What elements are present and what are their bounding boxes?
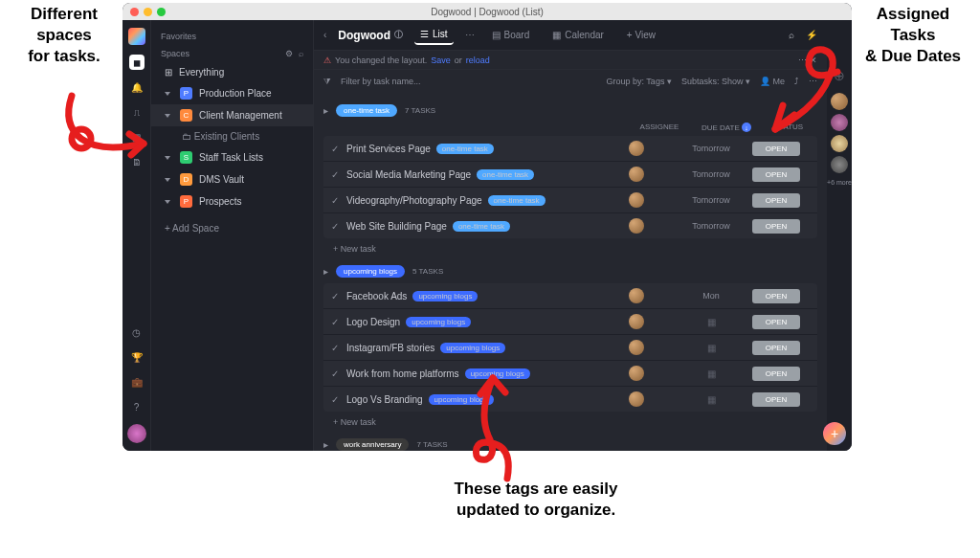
add-space-button[interactable]: + Add Space [151,218,313,238]
grid-icon: ⊞ [165,67,172,78]
assignee-avatar[interactable] [629,366,644,381]
task-row[interactable]: ✓Videography/Photography Pageone-time ta… [323,188,817,213]
clock-icon[interactable]: ◷ [129,324,145,340]
status-pill[interactable]: OPEN [752,392,800,407]
view-calendar[interactable]: ▦Calendar [546,26,610,44]
check-icon[interactable]: ✓ [331,394,339,405]
status-pill[interactable]: OPEN [752,341,800,355]
sidebar: Favorites Spaces ⚙ ⌕ ⊞ Everything PProdu… [151,20,314,451]
briefcase-icon[interactable]: 💼 [129,374,145,390]
presence-avatar[interactable] [831,156,848,173]
more-icon[interactable]: ⋯ [465,30,475,40]
back-icon[interactable]: ‹ [323,30,326,40]
presence-more[interactable]: +6 more [827,179,852,187]
list-icon: ☰ [420,29,429,39]
filter-input[interactable]: Filter by task name... [341,77,421,86]
assignee-avatar[interactable] [629,314,644,329]
check-icon[interactable]: ✓ [331,291,339,301]
help-icon[interactable]: ? [129,399,145,414]
spaces-section: Spaces ⚙ ⌕ [151,45,313,62]
assignee-avatar[interactable] [629,192,644,208]
save-link[interactable]: Save [431,56,451,65]
arrow-assigned [727,38,861,144]
app-logo-icon[interactable] [128,28,145,45]
sidebar-item-dms-vault[interactable]: DDMS Vault [151,168,313,190]
task-row[interactable]: ✓Logo Designupcoming blogs▦OPEN [323,309,817,335]
arrow-spaces [53,86,167,172]
user-avatar[interactable] [127,424,146,443]
reload-link[interactable]: reload [466,56,490,65]
search-icon[interactable]: ⌕ [299,49,303,58]
status-pill[interactable]: OPEN [752,193,800,208]
filter-icon[interactable]: ⧩ [323,77,331,87]
check-icon[interactable]: ✓ [331,169,339,180]
check-icon[interactable]: ✓ [331,221,339,232]
task-row[interactable]: ✓Social Media Marketing Pageone-time tas… [323,162,817,188]
favorites-section[interactable]: Favorites [151,28,313,45]
new-task-button[interactable]: + New task [323,412,817,433]
check-icon[interactable]: ✓ [331,343,339,353]
titlebar: Dogwood | Dogwood (List) [122,3,852,20]
assignee-avatar[interactable] [629,218,644,234]
window-title: Dogwood | Dogwood (List) [431,7,544,17]
traffic-lights[interactable] [130,8,166,16]
status-pill[interactable]: OPEN [752,167,800,182]
sidebar-item-prospects[interactable]: PProspects [151,190,313,212]
view-list[interactable]: ☰List [414,25,454,45]
status-pill[interactable]: OPEN [752,367,800,381]
groupby-button[interactable]: Group by: Tags ▾ [607,77,672,86]
annotation-tags: These tags are easily updated to organiz… [412,479,660,521]
task-list-content: ▸one-time task7 TASKSASSIGNEEDUE DATE ↓S… [314,93,827,451]
status-pill[interactable]: OPEN [752,315,800,329]
view-board[interactable]: ▤Board [486,26,536,44]
task-row[interactable]: ✓Instagram/FB storiesupcoming blogs▦OPEN [323,335,817,361]
task-row[interactable]: ✓Work from home platformsupcoming blogs▦… [323,361,817,387]
group-header[interactable]: ▸work anniversary7 TASKS [323,438,817,451]
assignee-avatar[interactable] [629,167,644,182]
assignee-avatar[interactable] [629,391,644,407]
close-dot[interactable] [130,8,139,16]
sidebar-item-staff-task-lists[interactable]: SStaff Task Lists [151,146,313,168]
maximize-dot[interactable] [157,8,166,16]
breadcrumb[interactable]: Dogwood ⓘ [338,29,403,42]
home-icon[interactable]: ◼ [129,55,145,70]
status-pill[interactable]: OPEN [752,219,800,234]
sidebar-item-client-management[interactable]: CClient Management [151,104,313,126]
task-row[interactable]: ✓Logo Vs Brandingupcoming blogs▦OPEN [323,387,817,412]
group-header[interactable]: ▸upcoming blogs5 TASKS [323,265,817,278]
annotation-spaces: Different spaces for tasks. [11,4,117,67]
arrow-tags [440,373,546,488]
task-row[interactable]: ✓Facebook Adsupcoming blogsMonOPEN [323,283,817,309]
board-icon: ▤ [492,30,501,40]
fab-button[interactable]: + [823,422,846,445]
new-task-button[interactable]: + New task [323,238,817,259]
status-pill[interactable]: OPEN [752,289,800,303]
add-view-button[interactable]: + View [621,26,661,44]
assignee-avatar[interactable] [629,141,644,156]
annotation-assigned: Assigned Tasks & Due Dates [856,4,970,67]
task-row[interactable]: ✓Web Site Building Pageone-time taskTomo… [323,213,817,238]
everything-item[interactable]: ⊞ Everything [151,62,313,82]
sidebar-sub-item[interactable]: 🗀 Existing Clients [151,126,313,146]
assignee-avatar[interactable] [629,288,644,303]
check-icon[interactable]: ✓ [331,368,339,379]
sidebar-item-production-place[interactable]: PProduction Place [151,82,313,104]
check-icon[interactable]: ✓ [331,195,339,206]
trophy-icon[interactable]: 🏆 [129,349,145,365]
assignee-avatar[interactable] [629,340,644,355]
gear-icon[interactable]: ⚙ [285,49,293,58]
calendar-icon: ▦ [552,30,561,40]
nav-rail: ◼ 🔔 ⎍ ▦ 🗎 ◷ 🏆 💼 ? [122,20,151,451]
check-icon[interactable]: ✓ [331,144,339,154]
check-icon[interactable]: ✓ [331,317,339,327]
info-icon[interactable]: ⓘ [394,29,403,41]
minimize-dot[interactable] [144,8,152,16]
